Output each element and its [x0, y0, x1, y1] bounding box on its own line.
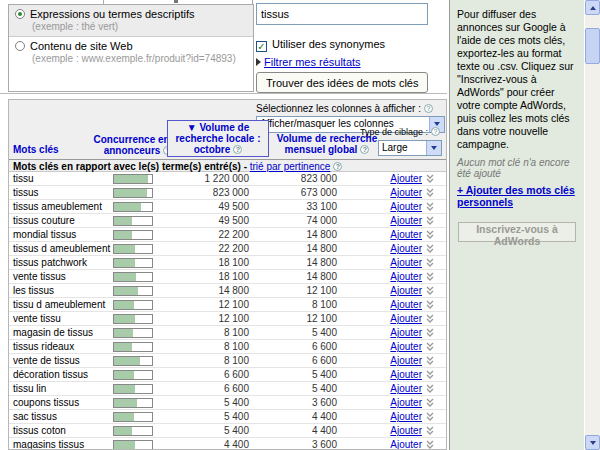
- more-options-chevron-icon[interactable]: [426, 328, 434, 337]
- local-volume-cell: 12 100: [169, 299, 249, 310]
- scrollbar-thumb[interactable]: [585, 28, 600, 64]
- add-link[interactable]: Ajouter: [390, 383, 422, 394]
- keyword-cell: magasins tissus: [9, 440, 113, 450]
- add-link[interactable]: Ajouter: [390, 173, 422, 184]
- table-row: magasins tissus 4 400 3 600 Ajouter: [9, 438, 446, 450]
- keyword-cell: tissus coton: [9, 426, 113, 436]
- sort-by-relevance-link[interactable]: trié par pertinence: [250, 161, 331, 172]
- more-options-chevron-icon[interactable]: [426, 384, 434, 393]
- add-link[interactable]: Ajouter: [390, 369, 422, 380]
- local-volume-cell: 6 600: [169, 383, 249, 394]
- add-link[interactable]: Ajouter: [390, 425, 422, 436]
- global-volume-cell: 5 400: [249, 369, 337, 380]
- add-link[interactable]: Ajouter: [390, 397, 422, 408]
- add-link[interactable]: Ajouter: [390, 257, 422, 268]
- global-volume-cell: 14 800: [249, 257, 337, 268]
- help-icon[interactable]: [233, 145, 242, 154]
- more-options-chevron-icon[interactable]: [426, 398, 434, 407]
- scroll-down-icon[interactable]: [585, 435, 600, 450]
- add-own-keywords-link[interactable]: + Ajouter des mots clés personnels: [450, 179, 584, 208]
- more-options-chevron-icon[interactable]: [426, 202, 434, 211]
- help-icon[interactable]: [333, 162, 342, 171]
- more-options-chevron-icon[interactable]: [426, 314, 434, 323]
- add-link[interactable]: Ajouter: [390, 229, 422, 240]
- column-header-local-volume-sorted[interactable]: ▼ Volume de recherche locale : octobre: [167, 120, 269, 157]
- more-options-chevron-icon[interactable]: [426, 174, 434, 183]
- competition-bar: [113, 398, 169, 408]
- add-link[interactable]: Ajouter: [390, 215, 422, 226]
- more-options-chevron-icon[interactable]: [426, 356, 434, 365]
- more-options-chevron-icon[interactable]: [426, 300, 434, 309]
- targeting-type-label: Type de ciblage :: [360, 127, 440, 137]
- competition-bar: [113, 342, 169, 352]
- option-website-content[interactable]: Contenu de site Web (exemple : www.exemp…: [9, 37, 253, 68]
- keyword-cell: tissus couture: [9, 216, 113, 226]
- add-link[interactable]: Ajouter: [390, 411, 422, 422]
- more-options-chevron-icon[interactable]: [426, 342, 434, 351]
- keyword-cell: tissu d ameublement: [9, 300, 113, 310]
- checkbox-checked-icon[interactable]: ✓: [256, 41, 267, 52]
- add-link[interactable]: Ajouter: [390, 439, 422, 450]
- filter-results-link[interactable]: Filtrer mes résultats: [264, 56, 361, 68]
- keyword-cell: tissus: [9, 188, 113, 198]
- more-options-chevron-icon[interactable]: [426, 440, 434, 449]
- synonyms-label: Utiliser des synonymes: [272, 38, 385, 50]
- keyword-cell: tissus rideaux: [9, 342, 113, 352]
- add-link[interactable]: Ajouter: [390, 187, 422, 198]
- more-options-chevron-icon[interactable]: [426, 244, 434, 253]
- table-row: tissus couture 49 500 74 000 Ajouter: [9, 214, 446, 228]
- add-link[interactable]: Ajouter: [390, 285, 422, 296]
- more-options-chevron-icon[interactable]: [426, 426, 434, 435]
- targeting-type-select[interactable]: Large: [378, 140, 442, 156]
- keyword-cell: décoration tissus: [9, 370, 113, 380]
- global-volume-cell: 14 800: [249, 229, 337, 240]
- add-link[interactable]: Ajouter: [390, 341, 422, 352]
- add-link[interactable]: Ajouter: [390, 201, 422, 212]
- keyword-rows: tissu 1 220 000 823 000 Ajouter tissus 8…: [9, 172, 446, 450]
- adwords-sidebar: Pour diffuser des annonces sur Google à …: [449, 0, 584, 450]
- more-options-chevron-icon[interactable]: [426, 258, 434, 267]
- keyword-cell: tissus patchwork: [9, 258, 113, 268]
- find-keyword-ideas-button[interactable]: Trouver des idées de mots clés: [256, 72, 428, 93]
- vertical-scrollbar[interactable]: [585, 0, 600, 450]
- more-options-chevron-icon[interactable]: [426, 412, 434, 421]
- radio-unselected-icon[interactable]: [15, 41, 25, 51]
- help-icon[interactable]: [424, 104, 433, 113]
- local-volume-cell: 14 800: [169, 285, 249, 296]
- more-options-chevron-icon[interactable]: [426, 216, 434, 225]
- keyword-input[interactable]: [256, 3, 428, 25]
- option-descriptive-terms[interactable]: Expressions ou termes descriptifs (exemp…: [9, 5, 253, 37]
- competition-bar: [113, 286, 169, 296]
- competition-bar: [113, 440, 169, 450]
- more-options-chevron-icon[interactable]: [426, 230, 434, 239]
- expand-arrow-icon[interactable]: [256, 58, 261, 66]
- columns-select-label: Sélectionnez les colonnes à afficher :: [256, 103, 433, 114]
- competition-bar: [113, 216, 169, 226]
- local-volume-cell: 12 100: [169, 313, 249, 324]
- sidebar-info-text: Pour diffuser des annonces sur Google à …: [450, 0, 584, 151]
- add-link[interactable]: Ajouter: [390, 243, 422, 254]
- keyword-cell: sac tissus: [9, 412, 113, 422]
- more-options-chevron-icon[interactable]: [426, 272, 434, 281]
- more-options-chevron-icon[interactable]: [426, 286, 434, 295]
- add-link[interactable]: Ajouter: [390, 313, 422, 324]
- global-volume-cell: 4 400: [249, 411, 337, 422]
- add-link[interactable]: Ajouter: [390, 271, 422, 282]
- help-icon[interactable]: [431, 127, 440, 136]
- more-options-chevron-icon[interactable]: [426, 370, 434, 379]
- global-volume-cell: 823 000: [249, 173, 337, 184]
- add-link[interactable]: Ajouter: [390, 327, 422, 338]
- synonyms-option[interactable]: ✓Utiliser des synonymes: [256, 38, 385, 52]
- add-link[interactable]: Ajouter: [390, 299, 422, 310]
- scroll-up-icon[interactable]: [585, 0, 600, 15]
- more-options-chevron-icon[interactable]: [426, 188, 434, 197]
- radio-selected-icon[interactable]: [15, 9, 25, 19]
- dropdown-arrow-icon[interactable]: [426, 141, 441, 155]
- help-icon[interactable]: [360, 145, 369, 154]
- global-volume-cell: 33 100: [249, 201, 337, 212]
- column-header-keywords[interactable]: Mots clés: [13, 144, 59, 155]
- signup-adwords-button[interactable]: Inscrivez-vous à AdWords: [458, 222, 576, 242]
- global-volume-cell: 14 800: [249, 243, 337, 254]
- global-volume-cell: 4 400: [249, 425, 337, 436]
- add-link[interactable]: Ajouter: [390, 355, 422, 366]
